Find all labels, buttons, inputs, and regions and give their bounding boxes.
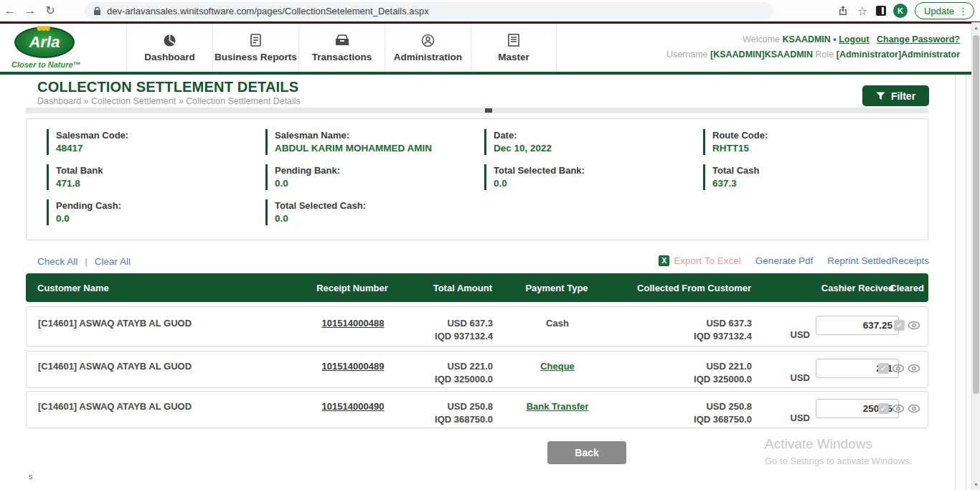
nav-item-dashboard[interactable]: Dashboard: [126, 24, 212, 72]
collected-usd: USD 250.8: [622, 400, 752, 413]
username-value: [KSAADMIN]KSAADMIN: [710, 50, 813, 60]
field-label: Date:: [494, 129, 703, 141]
horizontal-scrollbar-thumb[interactable]: [485, 108, 492, 113]
nav-item-administration[interactable]: Administration: [385, 24, 471, 72]
excel-icon: X: [659, 255, 669, 266]
field-label: Total Selected Bank:: [494, 164, 703, 176]
summary-field-route-code: Route Code: RHTT15: [703, 129, 922, 155]
browser-toolbar: ← → ↻ dev-arlavansales.winitsoftware.com…: [0, 0, 980, 22]
cleared-checkbox[interactable]: ✓: [894, 320, 905, 331]
nav-item-master[interactable]: Master: [471, 24, 557, 72]
field-label: Route Code:: [712, 129, 922, 141]
clear-all-link[interactable]: Clear All: [95, 256, 131, 267]
nav-item-business-reports[interactable]: Business Reports: [212, 24, 298, 72]
cashier-received-input[interactable]: [816, 316, 899, 335]
table-row: [C14601] ASWAQ ATAYB AL GUOD 10151400049…: [26, 391, 928, 428]
cleared-checkbox[interactable]: ✓: [878, 403, 889, 414]
total-amount-iqd: IQD 937132.4: [407, 330, 493, 343]
field-label: Pending Cash:: [56, 199, 265, 212]
back-icon[interactable]: ←: [0, 4, 20, 17]
field-value: 48417: [56, 141, 265, 155]
links-divider: |: [85, 256, 88, 267]
export-to-excel-link[interactable]: X Export To Excel: [659, 255, 741, 266]
table-row: [C14601] ASWAQ ATAYB AL GUOD 10151400048…: [26, 351, 928, 388]
view-eye-icon[interactable]: [908, 321, 920, 331]
chrome-update-button[interactable]: Update ⋮: [915, 2, 974, 19]
vertical-scrollbar-thumb[interactable]: [973, 35, 979, 394]
settlement-summary-panel: Salesman Code: 48417 Salesman Name: ABDU…: [26, 118, 928, 240]
field-label: Salesman Code:: [56, 129, 265, 141]
logout-link[interactable]: Logout: [839, 34, 869, 44]
back-button[interactable]: Back: [547, 441, 626, 464]
total-amount-iqd: IQD 325000.0: [407, 373, 493, 386]
horizontal-scrollbar[interactable]: [26, 108, 928, 113]
bookmark-star-icon[interactable]: ☆: [856, 4, 869, 18]
cleared-checkbox[interactable]: ✓: [878, 363, 889, 374]
total-amount-iqd: IQD 368750.0: [407, 413, 493, 426]
dashboard-icon: [163, 33, 177, 47]
inner-scrollbar-track[interactable]: [955, 75, 966, 490]
reprint-settled-receipts-link[interactable]: Reprint SettledReceipts: [827, 255, 929, 266]
collected-iqd: IQD 325000.0: [622, 373, 752, 386]
nav-label: Business Reports: [215, 52, 297, 62]
payment-type-link[interactable]: Cheque: [540, 361, 575, 372]
person-icon: [421, 33, 435, 47]
total-amount-usd: USD 637.3: [407, 317, 493, 330]
stray-text: s: [29, 472, 33, 481]
username-label: Username: [666, 50, 708, 60]
profile-avatar[interactable]: K: [893, 4, 908, 18]
kebab-menu-icon[interactable]: ⋮: [958, 6, 968, 17]
column-total-amount: Total Amount: [406, 283, 492, 293]
check-all-link[interactable]: Check All: [37, 256, 77, 267]
flower-icon: ●●●: [36, 22, 48, 34]
welcome-username: KSAADMIN: [783, 34, 831, 44]
generate-pdf-link[interactable]: Generate Pdf: [755, 255, 813, 266]
view-eye-icon[interactable]: [908, 364, 920, 374]
welcome-line: Welcome KSAADMIN • Logout Change Passwor…: [666, 32, 960, 47]
selection-links: Check All | Clear All: [37, 256, 131, 267]
app-header: ●●● Arla Closer to Nature™ Dashboard Bus…: [0, 24, 980, 75]
summary-field-salesman-name: Salesman Name: ABDUL KARIM MOHAMMED AMIN: [265, 129, 484, 155]
role-value: [Administrator]Administrator: [837, 50, 960, 60]
column-customer-name: Customer Name: [37, 283, 317, 293]
filter-button[interactable]: Filter: [862, 85, 929, 106]
payment-type: Cash: [493, 318, 622, 329]
role-label: Role: [816, 50, 834, 60]
view-eye-icon[interactable]: [908, 404, 920, 414]
refresh-icon[interactable]: ↻: [40, 4, 60, 17]
arla-logo: ●●● Arla Closer to Nature™: [10, 27, 118, 69]
activate-line2: Go to Settings to activate Windows.: [765, 456, 940, 466]
summary-field-total-selected-cash: Total Selected Cash: 0.0: [265, 199, 484, 225]
side-panel-icon[interactable]: [876, 6, 886, 16]
receipt-number-link[interactable]: 101514000490: [322, 401, 385, 412]
funnel-icon: [876, 92, 885, 100]
scroll-down-icon[interactable]: ▼: [972, 482, 980, 487]
breadcrumb[interactable]: Dashboard » Collection Settlement » Coll…: [37, 96, 301, 106]
page-title: COLLECTION SETTLEMENT DETAILS: [37, 79, 298, 95]
field-value: 0.0: [275, 176, 484, 190]
address-bar[interactable]: dev-arlavansales.winitsoftware.com/pages…: [85, 2, 773, 19]
vertical-scrollbar[interactable]: ▲ ▼: [971, 22, 980, 490]
field-label: Total Cash: [712, 164, 922, 176]
share-icon[interactable]: [837, 5, 849, 17]
forward-icon[interactable]: →: [20, 4, 40, 17]
column-receipt-number: Receipt Number: [298, 283, 406, 293]
receipt-number-link[interactable]: 101514000488: [322, 318, 385, 329]
column-collected-from-customer: Collected From Customer: [621, 283, 751, 293]
change-password-link[interactable]: Change Password?: [877, 34, 960, 44]
total-amount-usd: USD 221.0: [407, 360, 493, 373]
scroll-up-icon[interactable]: ▲: [972, 25, 980, 30]
column-payment-type: Payment Type: [492, 283, 621, 293]
export-links: X Export To Excel Generate Pdf Reprint S…: [659, 255, 929, 266]
customer-name: [C14601] ASWAQ ATAYB AL GUOD: [38, 361, 318, 372]
receipt-number-link[interactable]: 101514000489: [322, 361, 385, 372]
welcome-label: Welcome: [743, 34, 780, 44]
view-eye-icon[interactable]: [892, 364, 905, 374]
payment-type-link[interactable]: Bank Transfer: [527, 401, 589, 412]
nav-item-transactions[interactable]: Transactions: [298, 24, 385, 72]
currency-label: USD: [791, 329, 810, 340]
view-eye-icon[interactable]: [892, 404, 905, 414]
summary-field-date: Date: Dec 10, 2022: [484, 129, 703, 155]
field-value: 471.8: [56, 176, 265, 190]
lock-icon: [93, 6, 101, 16]
